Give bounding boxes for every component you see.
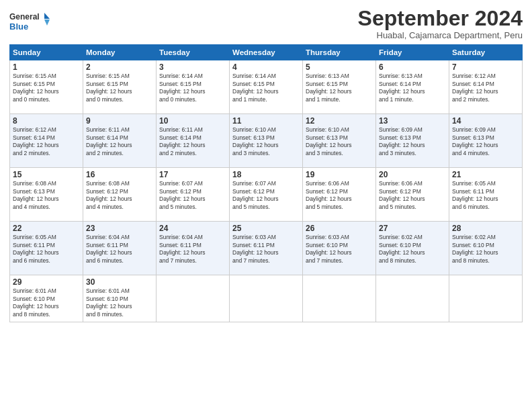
day-info: Sunrise: 6:12 AMSunset: 6:14 PMDaylight:…: [452, 73, 519, 103]
calendar-row: 22Sunrise: 6:05 AMSunset: 6:11 PMDayligh…: [10, 222, 523, 275]
table-row: 16Sunrise: 6:08 AMSunset: 6:12 PMDayligh…: [83, 168, 157, 222]
day-number: 10: [159, 116, 226, 126]
table-row: 6Sunrise: 6:13 AMSunset: 6:14 PMDaylight…: [376, 60, 449, 114]
table-row: 8Sunrise: 6:12 AMSunset: 6:14 PMDaylight…: [10, 114, 83, 168]
table-row: 4Sunrise: 6:14 AMSunset: 6:15 PMDaylight…: [230, 60, 303, 114]
header: General Blue September 2024 Huabal, Caja…: [9, 7, 523, 40]
day-info: Sunrise: 6:11 AMSunset: 6:14 PMDaylight:…: [86, 126, 153, 157]
table-row: 28Sunrise: 6:02 AMSunset: 6:10 PMDayligh…: [449, 222, 523, 275]
calendar-row: 15Sunrise: 6:08 AMSunset: 6:13 PMDayligh…: [10, 168, 523, 222]
day-info: Sunrise: 6:14 AMSunset: 6:15 PMDaylight:…: [159, 73, 226, 103]
day-info: Sunrise: 6:07 AMSunset: 6:12 PMDaylight:…: [232, 180, 300, 211]
svg-text:Blue: Blue: [9, 21, 28, 32]
page: General Blue September 2024 Huabal, Caja…: [0, 0, 532, 411]
col-sunday: Sunday: [10, 45, 83, 60]
table-row: 23Sunrise: 6:04 AMSunset: 6:11 PMDayligh…: [83, 222, 157, 275]
table-row: 21Sunrise: 6:05 AMSunset: 6:11 PMDayligh…: [449, 168, 523, 222]
day-number: 16: [86, 170, 153, 179]
logo-svg: General Blue: [9, 9, 50, 34]
day-info: Sunrise: 6:08 AMSunset: 6:13 PMDaylight:…: [13, 180, 80, 211]
table-row: 30Sunrise: 6:01 AMSunset: 6:10 PMDayligh…: [83, 275, 157, 322]
day-number: 5: [306, 62, 373, 72]
day-info: Sunrise: 6:03 AMSunset: 6:10 PMDaylight:…: [306, 234, 373, 265]
day-info: Sunrise: 6:15 AMSunset: 6:15 PMDaylight:…: [13, 73, 80, 103]
day-number: 21: [452, 170, 519, 179]
day-number: 25: [232, 224, 300, 233]
day-number: 28: [452, 224, 519, 233]
day-info: Sunrise: 6:10 AMSunset: 6:13 PMDaylight:…: [306, 126, 373, 157]
table-row: 27Sunrise: 6:02 AMSunset: 6:10 PMDayligh…: [376, 222, 449, 275]
table-row: 7Sunrise: 6:12 AMSunset: 6:14 PMDaylight…: [449, 60, 523, 114]
col-saturday: Saturday: [449, 45, 523, 60]
table-row: 20Sunrise: 6:06 AMSunset: 6:12 PMDayligh…: [376, 168, 449, 222]
month-title: September 2024: [50, 7, 523, 30]
day-number: 26: [306, 224, 373, 233]
day-info: Sunrise: 6:07 AMSunset: 6:12 PMDaylight:…: [159, 180, 226, 211]
day-number: 15: [13, 170, 80, 179]
table-row: 14Sunrise: 6:09 AMSunset: 6:13 PMDayligh…: [449, 114, 523, 168]
day-info: Sunrise: 6:06 AMSunset: 6:12 PMDaylight:…: [379, 180, 446, 211]
day-info: Sunrise: 6:05 AMSunset: 6:11 PMDaylight:…: [452, 180, 519, 211]
table-row: 5Sunrise: 6:13 AMSunset: 6:15 PMDaylight…: [303, 60, 376, 114]
day-number: 18: [232, 170, 300, 179]
col-wednesday: Wednesday: [230, 45, 303, 60]
table-row: 24Sunrise: 6:04 AMSunset: 6:11 PMDayligh…: [157, 222, 230, 275]
day-info: Sunrise: 6:02 AMSunset: 6:10 PMDaylight:…: [379, 234, 446, 265]
col-tuesday: Tuesday: [157, 45, 230, 60]
day-info: Sunrise: 6:14 AMSunset: 6:15 PMDaylight:…: [232, 73, 300, 103]
day-info: Sunrise: 6:13 AMSunset: 6:14 PMDaylight:…: [379, 73, 446, 103]
table-row: [303, 275, 376, 322]
table-row: 17Sunrise: 6:07 AMSunset: 6:12 PMDayligh…: [157, 168, 230, 222]
day-number: 19: [306, 170, 373, 179]
table-row: [157, 275, 230, 322]
day-number: 12: [306, 116, 373, 126]
day-number: 30: [86, 277, 153, 287]
day-info: Sunrise: 6:10 AMSunset: 6:13 PMDaylight:…: [232, 126, 300, 157]
table-row: 12Sunrise: 6:10 AMSunset: 6:13 PMDayligh…: [303, 114, 376, 168]
col-monday: Monday: [83, 45, 157, 60]
day-info: Sunrise: 6:04 AMSunset: 6:11 PMDaylight:…: [86, 234, 153, 265]
day-number: 11: [232, 116, 300, 126]
table-row: 18Sunrise: 6:07 AMSunset: 6:12 PMDayligh…: [230, 168, 303, 222]
table-row: 19Sunrise: 6:06 AMSunset: 6:12 PMDayligh…: [303, 168, 376, 222]
table-row: 1Sunrise: 6:15 AMSunset: 6:15 PMDaylight…: [10, 60, 83, 114]
day-number: 9: [86, 116, 153, 126]
day-info: Sunrise: 6:09 AMSunset: 6:13 PMDaylight:…: [379, 126, 446, 157]
location: Huabal, Cajamarca Department, Peru: [50, 30, 523, 40]
calendar-header-row: Sunday Monday Tuesday Wednesday Thursday…: [10, 45, 523, 60]
day-info: Sunrise: 6:02 AMSunset: 6:10 PMDaylight:…: [452, 234, 519, 265]
table-row: 2Sunrise: 6:15 AMSunset: 6:15 PMDaylight…: [83, 60, 157, 114]
day-number: 24: [159, 224, 226, 233]
day-info: Sunrise: 6:05 AMSunset: 6:11 PMDaylight:…: [13, 234, 80, 265]
table-row: 3Sunrise: 6:14 AMSunset: 6:15 PMDaylight…: [157, 60, 230, 114]
table-row: 10Sunrise: 6:11 AMSunset: 6:14 PMDayligh…: [157, 114, 230, 168]
day-info: Sunrise: 6:01 AMSunset: 6:10 PMDaylight:…: [13, 287, 80, 318]
day-number: 22: [13, 224, 80, 233]
calendar-row: 8Sunrise: 6:12 AMSunset: 6:14 PMDaylight…: [10, 114, 523, 168]
day-number: 20: [379, 170, 446, 179]
table-row: [376, 275, 449, 322]
day-number: 17: [159, 170, 226, 179]
calendar-row: 1Sunrise: 6:15 AMSunset: 6:15 PMDaylight…: [10, 60, 523, 114]
table-row: 9Sunrise: 6:11 AMSunset: 6:14 PMDaylight…: [83, 114, 157, 168]
day-number: 2: [86, 62, 153, 72]
day-number: 7: [452, 62, 519, 72]
table-row: 13Sunrise: 6:09 AMSunset: 6:13 PMDayligh…: [376, 114, 449, 168]
calendar: Sunday Monday Tuesday Wednesday Thursday…: [9, 44, 523, 322]
day-number: 14: [452, 116, 519, 126]
day-info: Sunrise: 6:03 AMSunset: 6:11 PMDaylight:…: [232, 234, 300, 265]
day-info: Sunrise: 6:09 AMSunset: 6:13 PMDaylight:…: [452, 126, 519, 157]
table-row: 29Sunrise: 6:01 AMSunset: 6:10 PMDayligh…: [10, 275, 83, 322]
col-friday: Friday: [376, 45, 449, 60]
day-info: Sunrise: 6:08 AMSunset: 6:12 PMDaylight:…: [86, 180, 153, 211]
svg-text:General: General: [9, 12, 40, 21]
table-row: 22Sunrise: 6:05 AMSunset: 6:11 PMDayligh…: [10, 222, 83, 275]
day-number: 4: [232, 62, 300, 72]
day-number: 23: [86, 224, 153, 233]
day-number: 27: [379, 224, 446, 233]
day-info: Sunrise: 6:06 AMSunset: 6:12 PMDaylight:…: [306, 180, 373, 211]
calendar-row: 29Sunrise: 6:01 AMSunset: 6:10 PMDayligh…: [10, 275, 523, 322]
table-row: 15Sunrise: 6:08 AMSunset: 6:13 PMDayligh…: [10, 168, 83, 222]
day-info: Sunrise: 6:04 AMSunset: 6:11 PMDaylight:…: [159, 234, 226, 265]
day-number: 1: [13, 62, 80, 72]
